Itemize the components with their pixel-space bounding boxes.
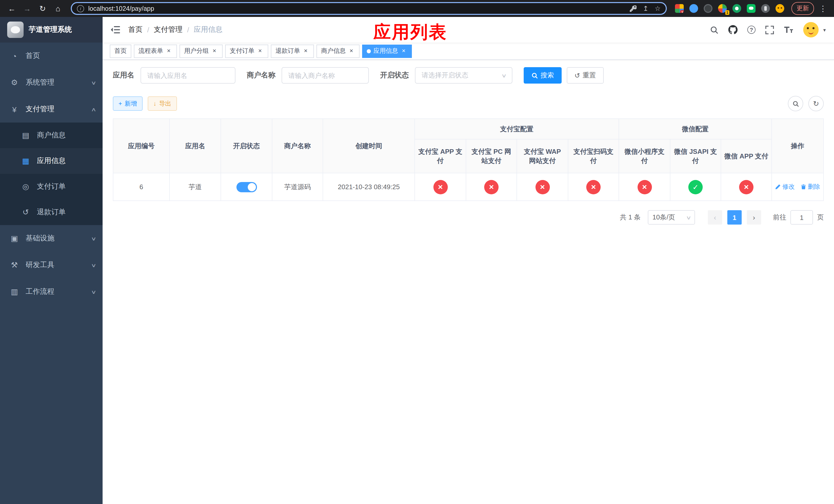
config-status-icon: ✓ <box>688 180 703 194</box>
current-page[interactable]: 1 <box>727 210 742 225</box>
browser-forward-icon[interactable]: → <box>21 2 34 15</box>
dashboard-icon: ◔ <box>9 51 20 60</box>
merchant-name-input[interactable] <box>282 67 369 84</box>
yen-icon: ¥ <box>9 105 20 114</box>
bookmark-star-icon[interactable]: ☆ <box>655 5 661 12</box>
cell-merchant: 芋道源码 <box>272 173 323 201</box>
page-size-select[interactable]: 10条/页 ∨ <box>648 210 695 225</box>
help-icon[interactable]: ? <box>747 26 755 34</box>
sidebar-item-pay-order[interactable]: ◎ 支付订单 <box>0 174 103 200</box>
workflow-icon: ▥ <box>9 287 20 296</box>
sidebar-item-app-info[interactable]: ▦ 应用信息 <box>0 148 103 174</box>
close-icon[interactable]: × <box>348 47 355 54</box>
user-avatar[interactable] <box>803 22 819 38</box>
col-created: 创建时间 <box>323 119 415 173</box>
avatar-caret-icon[interactable]: ▾ <box>823 27 826 32</box>
status-switch[interactable] <box>236 182 257 192</box>
screen: ← → ↻ ⌂ i localhost:1024/pay/app ↥ ☆ 10 … <box>0 0 834 504</box>
browser-menu-icon[interactable]: ⋮ <box>817 4 829 13</box>
export-button[interactable]: ↓ 导出 <box>148 96 177 111</box>
add-button[interactable]: + 新增 <box>113 96 142 111</box>
extension-grid-icon[interactable]: 10 <box>675 4 684 13</box>
search-button[interactable]: 搜索 <box>524 67 562 84</box>
refresh-button[interactable]: ↻ <box>808 96 824 111</box>
browser-back-icon[interactable]: ← <box>5 2 19 15</box>
share-icon[interactable]: ↥ <box>643 5 649 12</box>
reset-button[interactable]: ↺ 重置 <box>567 67 604 84</box>
status-label: 开启状态 <box>380 71 409 80</box>
edit-button[interactable]: 修改 <box>775 183 794 191</box>
site-info-icon[interactable]: i <box>77 5 84 12</box>
config-status-icon: × <box>535 180 550 194</box>
tab-pay-order[interactable]: 支付订单 × <box>225 44 268 58</box>
goto-page-input[interactable] <box>790 210 813 225</box>
app-name-input[interactable] <box>140 67 236 84</box>
address-bar[interactable]: i localhost:1024/pay/app ↥ ☆ <box>71 2 667 15</box>
sidebar-item-infrastructure[interactable]: ▣ 基础设施 ∨ <box>0 225 103 252</box>
close-icon[interactable]: × <box>257 47 264 54</box>
extension-pin-icon[interactable] <box>761 4 770 13</box>
chevron-down-icon: ∨ <box>91 262 96 268</box>
status-select[interactable]: 请选择开启状态 ∨ <box>415 67 512 84</box>
delete-button[interactable]: 删除 <box>801 183 820 191</box>
extension-face-icon[interactable] <box>775 4 784 13</box>
password-key-icon[interactable] <box>630 5 637 12</box>
next-page-button[interactable]: › <box>747 210 761 225</box>
close-icon[interactable]: × <box>400 47 407 54</box>
browser-reload-icon[interactable]: ↻ <box>36 2 49 15</box>
tab-refund-order[interactable]: 退款订单 × <box>271 44 314 58</box>
close-icon[interactable]: × <box>302 47 309 54</box>
extension-drop-icon[interactable] <box>689 4 698 13</box>
browser-update-button[interactable]: 更新 <box>791 2 814 15</box>
sidebar-item-refund-order[interactable]: ↺ 退款订单 <box>0 200 103 225</box>
tab-app-info[interactable]: 应用信息 × <box>362 44 412 58</box>
sidebar-item-label: 系统管理 <box>26 78 91 87</box>
github-icon[interactable] <box>728 25 738 35</box>
prev-page-button[interactable]: ‹ <box>708 210 722 225</box>
breadcrumb: 首页 / 支付管理 / 应用信息 <box>128 25 223 35</box>
sidebar-item-system[interactable]: ⚙ 系统管理 ∨ <box>0 69 103 96</box>
group-header-alipay: 支付宝配置 <box>415 119 619 139</box>
config-status-icon: × <box>586 180 601 194</box>
font-size-icon[interactable] <box>784 26 793 33</box>
col-merchant: 商户名称 <box>272 119 323 173</box>
fullscreen-icon[interactable] <box>765 25 774 34</box>
extension-dark-icon[interactable] <box>704 4 712 13</box>
toggle-search-button[interactable] <box>788 96 803 111</box>
breadcrumb-payment[interactable]: 支付管理 <box>154 25 182 35</box>
sidebar-item-payment[interactable]: ¥ 支付管理 ∧ <box>0 96 103 122</box>
extension-profile-icon[interactable]: 1 <box>718 4 727 13</box>
tools-icon: ⚒ <box>9 260 20 270</box>
extension-check-icon[interactable] <box>732 4 741 13</box>
config-status-icon: × <box>484 180 499 194</box>
sidebar-item-home[interactable]: ◔ 首页 <box>0 43 103 69</box>
total-count: 共 1 条 <box>620 213 641 222</box>
plus-icon: + <box>118 100 122 107</box>
extension-badge: 10 <box>680 10 684 13</box>
tab-home[interactable]: 首页 <box>110 44 131 58</box>
top-navbar: 首页 / 支付管理 / 应用信息 应用列表 ? <box>103 17 834 43</box>
breadcrumb-current: 应用信息 <box>194 25 223 35</box>
browser-home-icon[interactable]: ⌂ <box>51 2 65 15</box>
sidebar-item-merchant-info[interactable]: ▤ 商户信息 <box>0 122 103 148</box>
app-logo[interactable]: 芋道管理系统 <box>0 17 103 43</box>
tab-user-group[interactable]: 用户分组 × <box>179 44 223 58</box>
sidebar: 芋道管理系统 ◔ 首页 ⚙ 系统管理 ∨ ¥ 支付管理 ∧ ▤ 商户信息 <box>0 17 103 504</box>
sidebar-item-devtools[interactable]: ⚒ 研发工具 ∨ <box>0 252 103 278</box>
cell-app-id: 6 <box>113 173 170 201</box>
sidebar-fold-icon[interactable] <box>111 26 120 34</box>
tab-merchant-info[interactable]: 商户信息 × <box>316 44 359 58</box>
sidebar-item-label: 退款订单 <box>37 208 95 217</box>
url-text[interactable]: localhost:1024/pay/app <box>88 5 623 12</box>
cell-created: 2021-10-23 08:49:25 <box>323 173 415 201</box>
tab-label: 首页 <box>114 47 127 55</box>
app-title: 芋道管理系统 <box>29 25 72 35</box>
config-status-icon: × <box>433 180 447 194</box>
close-icon[interactable]: × <box>165 47 172 54</box>
extension-chat-icon[interactable] <box>747 4 755 13</box>
search-icon[interactable] <box>710 25 719 34</box>
close-icon[interactable]: × <box>211 47 218 54</box>
tab-process-form[interactable]: 流程表单 × <box>134 44 177 58</box>
breadcrumb-home[interactable]: 首页 <box>128 25 142 35</box>
sidebar-item-workflow[interactable]: ▥ 工作流程 ∨ <box>0 278 103 305</box>
